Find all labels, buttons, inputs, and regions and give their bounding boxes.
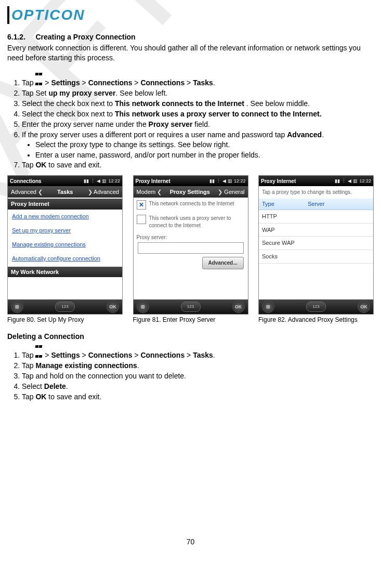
battery-icon: ▥ xyxy=(102,178,107,184)
nav-left[interactable]: Advanced ❮ xyxy=(11,188,43,196)
ok-button[interactable]: OK xyxy=(107,300,119,313)
step-5: Enter the proxy server name under the Pr… xyxy=(22,120,374,129)
col-type[interactable]: Type xyxy=(259,199,305,210)
keyboard-button[interactable]: 123 xyxy=(55,302,75,312)
steps-creating-proxy: Tap > Settings > Connections > Connectio… xyxy=(7,69,374,170)
text: to save and exit. xyxy=(46,393,101,401)
logo-accent-bar xyxy=(7,6,9,24)
nav-left[interactable]: Modem ❮ xyxy=(137,188,162,196)
page-number: 70 xyxy=(7,537,374,547)
step-5: Tap OK to save and exit. xyxy=(22,392,374,402)
link-auto-configure[interactable]: Automatically configure connection xyxy=(8,252,122,266)
text: . See below left. xyxy=(116,89,168,97)
step-1: Tap > Settings > Connections > Connectio… xyxy=(22,69,374,88)
proxy-server-input[interactable] xyxy=(138,242,244,254)
keyboard-button[interactable]: 123 xyxy=(306,302,326,312)
table-row[interactable]: HTTP xyxy=(259,210,373,223)
section-my-work-network: My Work Network xyxy=(8,267,122,278)
volume-icon: ◀ xyxy=(348,178,351,184)
figures-row: Connections ▮▮ ⋮ ◀ ▥ 12:22 Advanced ❮ Ta… xyxy=(7,175,374,324)
path-connections-2: Connections xyxy=(140,79,185,87)
text: Enter the proxy server name under the xyxy=(22,120,149,128)
step-3: Tap and hold on the connection you want … xyxy=(22,371,374,381)
path-settings: Settings xyxy=(51,79,80,87)
step-1: Tap > Settings > Connections > Connectio… xyxy=(22,341,374,360)
window-body: Proxy Internet Add a new modem connectio… xyxy=(8,198,122,299)
step-6: If the proxy server uses a different por… xyxy=(22,130,374,160)
cell: HTTP xyxy=(259,210,305,223)
step-4: Select Delete. xyxy=(22,382,374,391)
subheading-deleting: Deleting a Connection xyxy=(7,332,374,342)
app-title: Proxy Internet xyxy=(136,178,170,185)
text: If the proxy server uses a different por… xyxy=(22,130,287,139)
bold: Proxy server xyxy=(149,120,193,128)
signal-icon: ▮▮ xyxy=(335,178,340,184)
bottom-bar: ⊞ 123 OK xyxy=(8,299,122,314)
table-row[interactable]: Secure WAP xyxy=(259,237,373,250)
bottom-bar: ⊞ 123 OK xyxy=(259,299,373,314)
bold: Manage existing connections xyxy=(35,361,137,370)
link-manage-connections[interactable]: Manage existing connections xyxy=(8,238,122,252)
screenshot-set-up-proxy: Connections ▮▮ ⋮ ◀ ▥ 12:22 Advanced ❮ Ta… xyxy=(7,175,123,315)
checkbox-uses-proxy[interactable]: This network uses a proxy server to conn… xyxy=(134,212,248,231)
hint-text: Tap a proxy type to change its settings. xyxy=(259,186,373,199)
bold: OK xyxy=(35,161,46,169)
text: . See below middle. xyxy=(244,99,310,108)
step-7: Tap OK to save and exit. xyxy=(22,160,374,170)
text: Tap Set xyxy=(22,89,46,97)
step-3: Select the check box next to This networ… xyxy=(22,99,374,109)
path-connections: Connections xyxy=(88,79,133,87)
status-bar: Proxy Internet ▮▮ ⋮ ◀ ▥ 12:22 xyxy=(134,176,248,186)
status-bar: Connections ▮▮ ⋮ ◀ ▥ 12:22 xyxy=(8,176,122,186)
step-2: Tap Set up my proxy server. See below le… xyxy=(22,88,374,98)
figure-caption: Figure 82. Advanced Proxy Settings xyxy=(258,316,374,324)
bold: OK xyxy=(35,393,46,401)
steps-deleting-connection: Tap > Settings > Connections > Connectio… xyxy=(7,341,374,401)
link-add-modem[interactable]: Add a new modem connection xyxy=(8,210,122,224)
signal-icon: ▮▮ xyxy=(84,178,89,184)
table-row[interactable]: WAP xyxy=(259,223,373,237)
start-button[interactable]: ⊞ xyxy=(11,300,23,313)
app-title: Connections xyxy=(10,178,42,185)
keyboard-button[interactable]: 123 xyxy=(181,302,201,312)
screenshot-advanced-proxy: Proxy Internet ▮▮ ⋮ ◀ ▥ 12:22 Tap a prox… xyxy=(258,175,374,315)
path-connections-2: Connections xyxy=(140,351,185,359)
proxy-server-label: Proxy server: xyxy=(134,231,248,241)
col-server[interactable]: Server xyxy=(305,199,373,210)
ok-button[interactable]: OK xyxy=(232,300,245,313)
path-tasks: Tasks xyxy=(193,351,213,359)
text: . xyxy=(322,130,324,139)
nav-right[interactable]: ❯ Advanced xyxy=(88,188,119,196)
checkbox-label: This network uses a proxy server to conn… xyxy=(149,215,245,229)
text: Tap xyxy=(22,79,34,87)
battery-icon: ▥ xyxy=(353,178,358,184)
text: Select the check box next to xyxy=(22,110,115,118)
figure-82: Proxy Internet ▮▮ ⋮ ◀ ▥ 12:22 Tap a prox… xyxy=(258,175,374,324)
nav-right[interactable]: ❯ General xyxy=(218,188,244,196)
wifi-icon: ⋮ xyxy=(216,178,221,184)
table-row[interactable]: Socks xyxy=(259,250,373,264)
proxy-type-table: Type Server HTTP WAP Secure WAP Socks xyxy=(259,199,373,264)
cell: Socks xyxy=(259,250,305,264)
checkbox-icon: ✕ xyxy=(137,200,146,210)
figure-80: Connections ▮▮ ⋮ ◀ ▥ 12:22 Advanced ❮ Ta… xyxy=(7,175,123,324)
step-6b: Enter a user name, password, and/or port… xyxy=(35,150,374,160)
start-button[interactable]: ⊞ xyxy=(137,300,149,313)
sub-bullets: Select the proxy type to change its sett… xyxy=(22,140,374,160)
checkbox-connects-internet[interactable]: ✕ This network connects to the Internet xyxy=(134,198,248,212)
advanced-button[interactable]: Advanced... xyxy=(202,257,244,269)
window-body: Tap a proxy type to change its settings.… xyxy=(259,186,373,299)
text: Tap xyxy=(22,161,35,169)
logo-text: OPTICON xyxy=(11,5,85,25)
ok-button[interactable]: OK xyxy=(358,300,370,313)
link-set-up-proxy[interactable]: Set up my proxy server xyxy=(8,224,122,238)
bold: Advanced xyxy=(287,130,322,139)
status-bar: Proxy Internet ▮▮ ⋮ ◀ ▥ 12:22 xyxy=(259,176,373,186)
volume-icon: ◀ xyxy=(97,178,100,184)
battery-icon: ▥ xyxy=(228,178,232,184)
bold: Delete xyxy=(44,382,66,390)
signal-icon: ▮▮ xyxy=(209,178,215,184)
section-heading: 6.1.2. Creating a Proxy Connection xyxy=(7,32,374,42)
checkbox-icon xyxy=(137,215,146,224)
start-button[interactable]: ⊞ xyxy=(262,300,274,313)
